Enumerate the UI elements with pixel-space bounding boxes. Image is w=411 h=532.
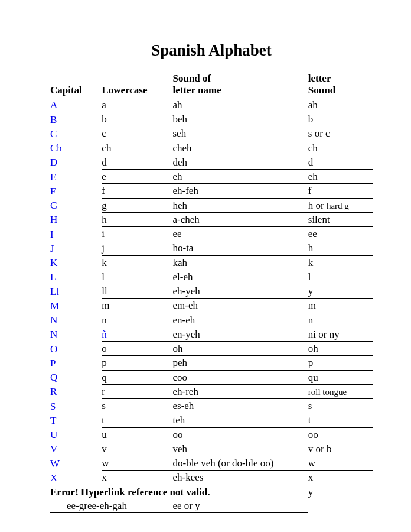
letter-name-sound: peh bbox=[172, 356, 308, 370]
capital-letter[interactable]: W bbox=[50, 456, 102, 471]
capital-letter[interactable]: Q bbox=[50, 370, 102, 384]
letter-sound: ee bbox=[308, 227, 373, 241]
letter-sound: l bbox=[308, 270, 373, 284]
lowercase-letter: f bbox=[102, 184, 172, 198]
capital-letter[interactable]: R bbox=[50, 384, 102, 398]
letter-sound: eh bbox=[308, 170, 373, 184]
capital-letter[interactable]: S bbox=[50, 399, 102, 413]
letter-sound: k bbox=[308, 255, 373, 270]
capital-letter[interactable]: Ch bbox=[50, 141, 102, 155]
letter-sound: h bbox=[308, 241, 373, 255]
table-row: Ffeh-fehf bbox=[50, 184, 373, 198]
letter-sound: w bbox=[308, 456, 373, 471]
letter-name-sound: kah bbox=[172, 255, 308, 270]
letter-sound: qu bbox=[308, 370, 373, 384]
capital-letter[interactable]: N bbox=[50, 327, 102, 341]
letter-name-sound: do-ble veh (or do-ble oo) bbox=[172, 456, 308, 471]
capital-letter[interactable]: B bbox=[50, 112, 102, 126]
table-row: Llel-ehl bbox=[50, 270, 373, 284]
letter-name-sound: seh bbox=[172, 126, 308, 141]
table-row: Ccsehs or c bbox=[50, 126, 373, 141]
letter-sound: m bbox=[308, 299, 373, 313]
letter-name-sound: deh bbox=[172, 155, 308, 169]
capital-letter[interactable]: T bbox=[50, 413, 102, 427]
lowercase-letter: j bbox=[102, 241, 172, 255]
error-text: Error! Hyperlink reference not valid. bbox=[50, 485, 308, 499]
letter-name-sound: en-eh bbox=[172, 313, 308, 327]
letter-name-sound: em-eh bbox=[172, 299, 308, 313]
letter-sound: v or b bbox=[308, 442, 373, 456]
letter-sound: ni or ny bbox=[308, 327, 373, 341]
letter-name-sound: beh bbox=[172, 112, 308, 126]
lowercase-letter: c bbox=[102, 126, 172, 141]
letter-sound: x bbox=[308, 471, 373, 485]
letter-sound: ch bbox=[308, 141, 373, 155]
letter-sound: s bbox=[308, 399, 373, 413]
capital-letter[interactable]: L bbox=[50, 270, 102, 284]
letter-sound: t bbox=[308, 413, 373, 427]
letter-name-sound: teh bbox=[172, 413, 308, 427]
letter-sound: p bbox=[308, 356, 373, 370]
capital-letter[interactable]: F bbox=[50, 184, 102, 198]
capital-letter[interactable]: U bbox=[50, 427, 102, 442]
lowercase-letter: ll bbox=[102, 284, 172, 299]
letter-name-sound: ah bbox=[172, 98, 308, 112]
letter-name-sound: en-yeh bbox=[172, 327, 308, 341]
capital-letter[interactable]: I bbox=[50, 227, 102, 241]
lowercase-letter: x bbox=[102, 471, 172, 485]
capital-letter[interactable]: J bbox=[50, 241, 102, 255]
y-row: ee-gree-eh-gah ee or y bbox=[50, 499, 373, 513]
table-row: Hha-chehsilent bbox=[50, 212, 373, 226]
error-row: Error! Hyperlink reference not valid. y bbox=[50, 485, 373, 499]
capital-letter[interactable]: V bbox=[50, 442, 102, 456]
page-title: Spanish Alphabet bbox=[50, 41, 373, 60]
lowercase-letter: n bbox=[102, 313, 172, 327]
letter-sound: y bbox=[308, 284, 373, 299]
table-row: Ooohoh bbox=[50, 342, 373, 356]
lowercase-letter: a bbox=[102, 98, 172, 112]
letter-name-sound: oh bbox=[172, 342, 308, 356]
letter-sound: h or hard g bbox=[308, 198, 373, 212]
lowercase-letter: w bbox=[102, 456, 172, 471]
letter-sound: roll tongue bbox=[308, 384, 373, 398]
y-sound: ee or y bbox=[172, 499, 308, 513]
lowercase-letter[interactable]: ñ bbox=[102, 327, 172, 341]
table-row: Rreh-rehroll tongue bbox=[50, 384, 373, 398]
capital-letter[interactable]: H bbox=[50, 212, 102, 226]
capital-letter[interactable]: M bbox=[50, 299, 102, 313]
lowercase-letter: h bbox=[102, 212, 172, 226]
lowercase-letter: r bbox=[102, 384, 172, 398]
capital-letter[interactable]: X bbox=[50, 471, 102, 485]
lowercase-letter: d bbox=[102, 155, 172, 169]
table-row: Aaahah bbox=[50, 98, 373, 112]
letter-name-sound: veh bbox=[172, 442, 308, 456]
capital-letter[interactable]: N bbox=[50, 313, 102, 327]
table-row: Nnen-ehn bbox=[50, 313, 373, 327]
table-row: Ttteht bbox=[50, 413, 373, 427]
letter-name-sound: eh bbox=[172, 170, 308, 184]
table-row: Pppehp bbox=[50, 356, 373, 370]
table-row: Dddehd bbox=[50, 155, 373, 169]
capital-letter[interactable]: K bbox=[50, 255, 102, 270]
letter-name-sound: es-eh bbox=[172, 399, 308, 413]
letter-sound: ah bbox=[308, 98, 373, 112]
capital-letter[interactable]: A bbox=[50, 98, 102, 112]
letter-name-sound: eh-feh bbox=[172, 184, 308, 198]
letter-sound: s or c bbox=[308, 126, 373, 141]
header-letter-sound: letter Sound bbox=[308, 73, 373, 98]
letter-name-sound: cheh bbox=[172, 141, 308, 155]
capital-letter[interactable]: O bbox=[50, 342, 102, 356]
table-row: Vvvehv or b bbox=[50, 442, 373, 456]
lowercase-letter: t bbox=[102, 413, 172, 427]
y-name: ee-gree-eh-gah bbox=[50, 499, 172, 513]
capital-letter[interactable]: D bbox=[50, 155, 102, 169]
capital-letter[interactable]: E bbox=[50, 170, 102, 184]
lowercase-letter: l bbox=[102, 270, 172, 284]
table-row: Xxeh-keesx bbox=[50, 471, 373, 485]
header-letter-name: Sound of letter name bbox=[172, 73, 308, 98]
lowercase-letter: m bbox=[102, 299, 172, 313]
capital-letter[interactable]: Ll bbox=[50, 284, 102, 299]
capital-letter[interactable]: G bbox=[50, 198, 102, 212]
capital-letter[interactable]: P bbox=[50, 356, 102, 370]
capital-letter[interactable]: C bbox=[50, 126, 102, 141]
